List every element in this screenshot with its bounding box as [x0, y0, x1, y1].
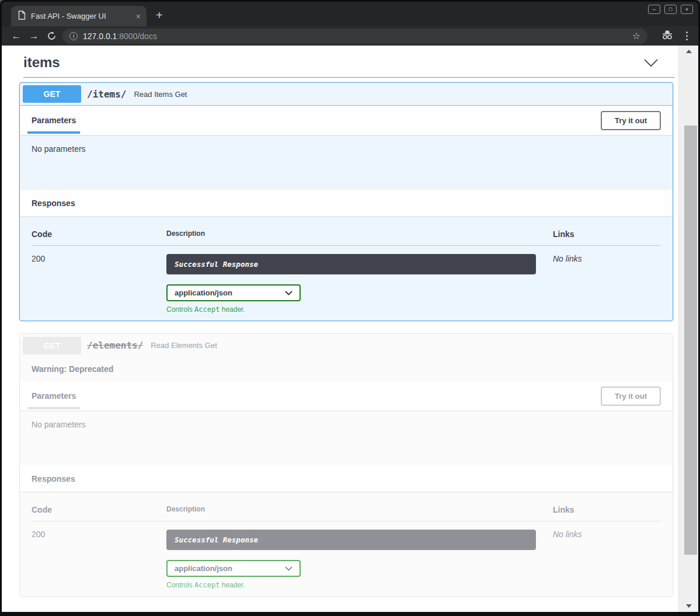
accept-header-note: Controls Accept header.: [166, 581, 553, 589]
try-it-out-button[interactable]: Try it out: [601, 387, 661, 406]
browser-window: Fast API - Swagger UI × + – □ × ← → i 12…: [0, 0, 700, 616]
media-type-select[interactable]: application/json: [166, 284, 301, 301]
try-it-out-button[interactable]: Try it out: [601, 111, 661, 130]
tab-title: Fast API - Swagger UI: [31, 12, 131, 20]
code-column-header: Code: [32, 229, 166, 239]
responses-table: Code Description Links 200 Successful Re…: [20, 492, 673, 596]
select-chevron-icon: [285, 291, 292, 295]
no-parameters-text: No parameters: [20, 135, 673, 190]
section-divider: [23, 77, 675, 78]
address-bar[interactable]: i 127.0.0.1:8000/docs ☆: [62, 29, 647, 44]
page-scrollbar[interactable]: [678, 46, 698, 612]
response-code: 200: [32, 530, 166, 539]
links-column-header: Links: [553, 505, 661, 514]
deprecated-warning: Warning: Deprecated: [20, 357, 673, 381]
parameters-header: Parameters Try it out: [20, 106, 673, 135]
url-host: 127.0.0.1: [83, 32, 117, 41]
url-path: :8000/docs: [117, 32, 157, 41]
tag-section-header[interactable]: items: [2, 51, 678, 74]
responses-header: Responses: [20, 465, 673, 492]
browser-tab[interactable]: Fast API - Swagger UI ×: [11, 6, 147, 26]
reload-icon[interactable]: [43, 31, 60, 41]
back-icon[interactable]: ←: [8, 31, 25, 41]
responses-table: Code Description Links 200 Successful Re…: [20, 216, 673, 321]
response-description-cell: Successful Response application/json Con…: [166, 530, 553, 589]
window-controls: – □ ×: [648, 5, 693, 14]
page-content: items GET /items/ Read Items Get Paramet…: [2, 46, 698, 612]
description-column-header: Description: [166, 505, 553, 514]
new-tab-button[interactable]: +: [156, 9, 163, 21]
response-code: 200: [32, 254, 166, 263]
code-column-header: Code: [32, 505, 166, 514]
parameters-tab[interactable]: Parameters: [32, 391, 76, 401]
close-button[interactable]: ×: [681, 5, 693, 14]
no-parameters-text: No parameters: [20, 410, 673, 465]
parameters-tab[interactable]: Parameters: [32, 116, 76, 125]
response-description-cell: Successful Response application/json Con…: [166, 254, 553, 314]
responses-title: Responses: [32, 199, 75, 208]
opblock-get-elements-deprecated: GET /elements/ Read Elements Get Warning…: [19, 333, 673, 597]
tab-close-icon[interactable]: ×: [136, 12, 141, 20]
response-links: No links: [553, 254, 661, 263]
maximize-button[interactable]: □: [664, 5, 677, 14]
links-column-header: Links: [553, 229, 661, 239]
response-row-200: 200 Successful Response application/json…: [32, 521, 661, 589]
response-description: Successful Response: [166, 254, 536, 274]
select-chevron-icon: [285, 566, 292, 571]
opblock-get-items: GET /items/ Read Items Get Parameters Tr…: [19, 82, 673, 321]
forward-icon[interactable]: →: [25, 31, 43, 41]
bookmark-star-icon[interactable]: ☆: [632, 32, 640, 41]
responses-header: Responses: [20, 190, 673, 216]
browser-menu-icon[interactable]: [686, 32, 688, 40]
response-description: Successful Response: [166, 530, 536, 550]
endpoint-path: /items/: [87, 89, 126, 100]
endpoint-summary: Read Items Get: [134, 90, 187, 99]
collapse-chevron-icon[interactable]: [643, 58, 659, 67]
description-column-header: Description: [166, 229, 553, 239]
incognito-icon: [660, 30, 674, 43]
opblock-summary[interactable]: GET /items/ Read Items Get: [20, 83, 673, 106]
minimize-button[interactable]: –: [648, 5, 660, 14]
scrollbar-down-icon[interactable]: [686, 604, 692, 608]
opblock-summary[interactable]: GET /elements/ Read Elements Get: [20, 334, 673, 357]
scrollbar-up-icon[interactable]: [686, 50, 692, 53]
response-row-200: 200 Successful Response application/json…: [32, 246, 661, 314]
scrollbar-thumb[interactable]: [684, 126, 697, 555]
media-type-value: application/json: [175, 564, 232, 573]
media-type-select[interactable]: application/json: [166, 560, 301, 577]
method-badge: GET: [23, 85, 81, 103]
parameters-header: Parameters Try it out: [20, 381, 673, 410]
swagger-ui: items GET /items/ Read Items Get Paramet…: [2, 46, 678, 612]
responses-table-header: Code Description Links: [32, 229, 661, 246]
endpoint-path: /elements/: [87, 340, 143, 351]
accept-header-note: Controls Accept header.: [166, 305, 553, 314]
favicon-document-icon: [18, 11, 26, 22]
browser-toolbar: ← → i 127.0.0.1:8000/docs ☆: [2, 26, 698, 46]
responses-title: Responses: [32, 474, 75, 483]
responses-table-header: Code Description Links: [32, 505, 661, 521]
site-info-icon[interactable]: i: [69, 32, 78, 40]
endpoint-summary: Read Elements Get: [151, 341, 217, 350]
media-type-value: application/json: [175, 288, 232, 297]
method-badge: GET: [23, 337, 81, 354]
url-text: 127.0.0.1:8000/docs: [83, 32, 157, 41]
response-links: No links: [553, 530, 661, 539]
tab-strip: Fast API - Swagger UI × + – □ ×: [2, 2, 698, 26]
tag-title: items: [23, 54, 60, 71]
